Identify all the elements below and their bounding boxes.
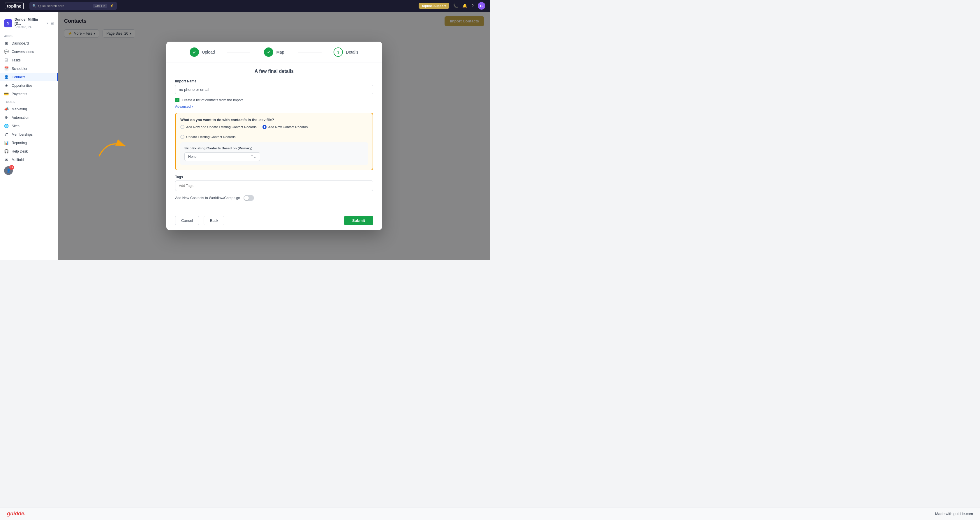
main-content: Contacts Import Contacts ⚡ More Filters … (58, 12, 490, 260)
sidebar-toggle-icon[interactable]: ⊟ (50, 21, 54, 25)
workflow-toggle-row: Add New Contacts to Workflow/Campaign (175, 195, 373, 201)
skip-contacts-box: Skip Existing Contacts Based on (Primary… (180, 143, 368, 165)
stepper: ✓ Upload ✓ Map 3 Details (166, 42, 382, 63)
automation-icon: ⚙ (4, 115, 9, 120)
sidebar-item-label: Opportunities (12, 84, 32, 88)
sidebar-item-conversations[interactable]: 💬 Conversations (0, 48, 58, 56)
import-modal: ✓ Upload ✓ Map 3 Details (166, 42, 382, 230)
modal-footer: Cancel Back Submit (166, 211, 382, 230)
top-navigation: topline 🔍 Quick search here Ctrl + K ⚡ t… (0, 0, 490, 12)
sidebar-item-opportunities[interactable]: ◈ Opportunities (0, 81, 58, 90)
phone-icon[interactable]: 📞 (453, 3, 458, 8)
import-name-input[interactable] (175, 85, 373, 94)
step-details-label: Details (346, 50, 358, 54)
radio-options-box: What do you want to do with contact/s in… (175, 113, 373, 170)
step-upload-label: Upload (202, 50, 215, 54)
helpdesk-icon: 🎧 (4, 149, 9, 154)
mailfold-icon: ✉ (4, 157, 9, 162)
create-list-checkbox[interactable]: ✓ (175, 98, 180, 102)
advanced-link[interactable]: Advanced › (175, 105, 373, 109)
notification-area: 👤 27 (4, 166, 13, 175)
back-button[interactable]: Back (204, 216, 224, 225)
sidebar-item-helpdesk[interactable]: 🎧 Help Desk (0, 147, 58, 155)
sidebar-item-label: Conversations (12, 50, 34, 54)
sidebar-item-label: Memberships (12, 133, 33, 136)
radio-question: What do you want to do with contact/s in… (180, 118, 368, 122)
skip-dropdown[interactable]: None ⌃⌄ (185, 152, 260, 161)
cancel-button[interactable]: Cancel (175, 216, 199, 225)
step-upload-done-icon: ✓ (190, 48, 199, 57)
topnav-right: topline Support 📞 🔔 ? TL (418, 2, 485, 10)
org-chevron-icon: ▾ (47, 22, 48, 25)
workflow-toggle[interactable] (243, 195, 254, 201)
sidebar-item-label: Marketing (12, 107, 27, 111)
memberships-icon: 🏷 (4, 132, 9, 136)
sidebar-item-tasks[interactable]: ☑ Tasks (0, 56, 58, 64)
sidebar-item-marketing[interactable]: 📣 Marketing (0, 105, 58, 113)
sidebar-item-label: Mailfold (12, 158, 24, 162)
help-icon[interactable]: ? (471, 3, 474, 8)
notification-badge: 27 (10, 165, 14, 170)
arrow-svg (93, 133, 131, 162)
org-name: Dunder Mifflin [D... (14, 17, 44, 25)
sidebar-item-label: Sites (12, 124, 19, 128)
sidebar-item-label: Contacts (12, 75, 25, 79)
advanced-label: Advanced (175, 105, 191, 109)
sidebar-item-automation[interactable]: ⚙ Automation (0, 113, 58, 122)
search-bar[interactable]: 🔍 Quick search here Ctrl + K ⚡ (29, 2, 117, 10)
radio-update-existing[interactable]: Update Existing Contact Records (180, 135, 235, 139)
contacts-icon: 👤 (4, 75, 9, 79)
import-name-label: Import Name (175, 79, 373, 83)
sidebar-item-sites[interactable]: 🌐 Sites (0, 122, 58, 130)
sidebar-item-label: Reporting (12, 141, 27, 145)
tags-input[interactable] (175, 181, 373, 191)
dashboard-icon: ⊞ (4, 41, 9, 45)
step-upload: ✓ Upload (178, 48, 227, 57)
scheduler-icon: 📅 (4, 67, 9, 71)
org-location: Scranton, PA (14, 25, 44, 29)
submit-button[interactable]: Submit (344, 216, 373, 225)
radio-add-update-dot (180, 125, 185, 129)
support-button[interactable]: topline Support (418, 3, 449, 9)
org-icon: S (4, 19, 12, 27)
step-map-done-icon: ✓ (264, 48, 273, 57)
org-selector[interactable]: S Dunder Mifflin [D... Scranton, PA ▾ ⊟ (0, 15, 58, 31)
sidebar-item-label: Payments (12, 92, 27, 96)
sidebar-item-label: Dashboard (12, 41, 29, 45)
sidebar-item-label: Scheduler (12, 67, 27, 71)
tools-section-label: Tools (0, 98, 58, 105)
sidebar-item-dashboard[interactable]: ⊞ Dashboard (0, 39, 58, 48)
user-avatar[interactable]: TL (478, 2, 485, 10)
radio-update-existing-dot (180, 135, 185, 139)
step-details: 3 Details (321, 48, 370, 57)
bell-icon[interactable]: 🔔 (462, 3, 467, 8)
footer-left-buttons: Cancel Back (175, 216, 224, 225)
tags-label: Tags (175, 175, 373, 179)
sidebar-item-label: Help Desk (12, 149, 28, 154)
sidebar-item-scheduler[interactable]: 📅 Scheduler (0, 64, 58, 73)
sidebar-item-memberships[interactable]: 🏷 Memberships (0, 130, 58, 139)
apps-section-label: Apps (0, 32, 58, 39)
lightning-icon: ⚡ (110, 4, 114, 8)
radio-update-existing-label: Update Existing Contact Records (186, 135, 235, 139)
reporting-icon: 📊 (4, 141, 9, 145)
advanced-chevron-icon: › (192, 105, 193, 109)
step-connector-1 (227, 52, 250, 52)
radio-add-new[interactable]: Add New Contact Records (262, 125, 308, 129)
sidebar-item-contacts[interactable]: 👤 Contacts (0, 73, 58, 81)
tasks-icon: ☑ (4, 58, 9, 62)
conversations-icon: 💬 (4, 49, 9, 54)
workflow-label: Add New Contacts to Workflow/Campaign (175, 196, 240, 200)
modal-title: A few final details (175, 69, 373, 74)
step-map: ✓ Map (250, 48, 299, 57)
radio-options-row: Add New and Update Existing Contact Reco… (180, 125, 368, 139)
opportunities-icon: ◈ (4, 83, 9, 88)
sidebar-item-mailfold[interactable]: ✉ Mailfold (0, 155, 58, 164)
sidebar-item-reporting[interactable]: 📊 Reporting (0, 139, 58, 147)
sites-icon: 🌐 (4, 124, 9, 128)
create-list-checkbox-row: ✓ Create a list of contacts from the imp… (175, 98, 373, 102)
sidebar-item-payments[interactable]: 💳 Payments (0, 90, 58, 98)
radio-add-update[interactable]: Add New and Update Existing Contact Reco… (180, 125, 257, 129)
sidebar-item-label: Tasks (12, 58, 21, 62)
step-connector-2 (298, 52, 321, 52)
